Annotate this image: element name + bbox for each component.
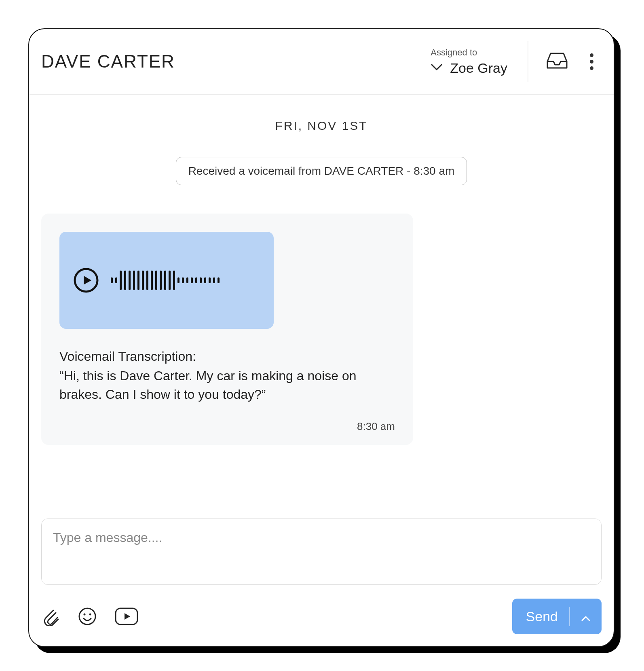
voicemail-event-chip: Received a voicemail from DAVE CARTER - … (176, 157, 467, 185)
paperclip-icon (41, 607, 60, 626)
header: DAVE CARTER Assigned to Zoe Gray (29, 29, 614, 95)
smile-icon (78, 607, 97, 626)
conversation-card: DAVE CARTER Assigned to Zoe Gray (28, 28, 614, 647)
date-label: FRI, NOV 1ST (275, 119, 367, 133)
audio-waveform[interactable] (111, 271, 220, 290)
date-divider: FRI, NOV 1ST (41, 119, 602, 133)
attach-button[interactable] (41, 607, 60, 626)
svg-marker-6 (125, 613, 130, 620)
play-icon (74, 268, 99, 293)
more-vertical-icon (590, 53, 593, 70)
send-button-label: Send (526, 609, 558, 624)
transcription-label: Voicemail Transcription: (59, 349, 395, 364)
assigned-to-name: Zoe Gray (450, 60, 507, 76)
video-play-icon (115, 607, 138, 625)
svg-point-2 (79, 608, 95, 624)
send-button[interactable]: Send (512, 599, 602, 634)
composer-toolbar: Send (41, 599, 602, 634)
chevron-up-icon (581, 609, 590, 624)
inbox-button[interactable] (547, 52, 568, 71)
assigned-to-label: Assigned to (431, 47, 507, 58)
svg-point-3 (84, 614, 86, 616)
message-input[interactable] (41, 519, 602, 585)
inbox-icon (547, 64, 568, 71)
emoji-button[interactable] (78, 607, 97, 626)
video-button[interactable] (115, 607, 138, 625)
conversation-area: FRI, NOV 1ST Received a voicemail from D… (29, 95, 614, 519)
assigned-to-block: Assigned to Zoe Gray (431, 47, 507, 76)
play-button[interactable] (74, 268, 99, 293)
more-menu-button[interactable] (586, 47, 598, 77)
send-button-divider (569, 607, 570, 626)
transcription-body: “Hi, this is Dave Carter. My car is maki… (59, 366, 395, 404)
assigned-to-dropdown[interactable]: Zoe Gray (431, 60, 507, 76)
message-timestamp: 8:30 am (59, 420, 395, 433)
voicemail-audio-player (59, 232, 274, 329)
contact-name: DAVE CARTER (41, 51, 431, 72)
chevron-down-icon (431, 63, 443, 73)
voicemail-message-bubble: Voicemail Transcription: “Hi, this is Da… (41, 214, 413, 445)
composer: Send (29, 519, 614, 646)
svg-marker-1 (84, 276, 91, 285)
svg-point-4 (89, 614, 91, 616)
header-divider (528, 41, 528, 82)
